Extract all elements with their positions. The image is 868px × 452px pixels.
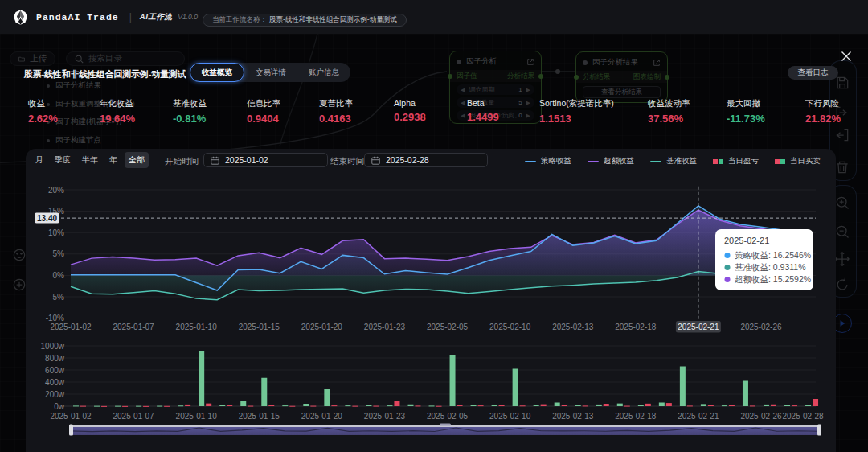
line-x-tick: 2025-02-10 (489, 323, 531, 331)
buy-bar (764, 405, 769, 406)
line-y-tick: 10% (48, 228, 64, 237)
stat-label: 最大回撤 (727, 98, 765, 109)
workflow-name-label: 当前工作流名称： (212, 15, 267, 25)
sell-bar (373, 406, 379, 407)
sell-bar (687, 405, 693, 406)
buy-bar (324, 389, 330, 406)
stat-4: 夏普比率0.4163 (319, 98, 353, 125)
sell-bar (352, 406, 358, 407)
stat-value: -0.81% (173, 113, 207, 125)
stat-label: 夏普比率 (319, 98, 353, 109)
stat-label: 收益波动率 (648, 98, 690, 109)
stat-label: 年化收益 (100, 98, 135, 109)
y-axis-pointer-value: 13.40 (37, 214, 57, 223)
sell-bar (331, 405, 337, 406)
sell-bar (143, 406, 149, 407)
tooltip-date: 2025-02-21 (724, 236, 769, 245)
buy-bar (303, 404, 309, 406)
buy-bar (555, 403, 560, 407)
sell-bar (583, 405, 588, 406)
buy-bar (429, 405, 435, 406)
line-x-tick: 2025-01-23 (364, 323, 406, 331)
line-x-tick: 2025-01-20 (301, 323, 343, 331)
stat-value: 0.2938 (394, 111, 426, 123)
sell-bar (185, 405, 190, 406)
stat-value: 1.4499 (467, 111, 499, 123)
bar-y-tick: 800w (45, 354, 65, 363)
sell-bar (415, 405, 420, 406)
sell-bar (792, 405, 797, 406)
sell-bar (80, 406, 86, 407)
tab-account-info[interactable]: 账户信息 (297, 63, 350, 82)
buy-bar (513, 369, 518, 407)
sell-bar (206, 404, 211, 406)
datazoom-drag-bar[interactable] (440, 424, 451, 426)
stat-value: 37.56% (648, 113, 690, 125)
buy-bar (136, 406, 141, 407)
buy-bar (575, 405, 581, 406)
bar-y-tick: 1000w (41, 342, 65, 351)
line-y-tick: 20% (48, 186, 64, 195)
line-y-tick: 5% (53, 249, 65, 258)
sell-bar (604, 404, 609, 406)
tab-revenue-overview[interactable]: 收益概览 (190, 63, 244, 82)
close-icon[interactable] (841, 51, 852, 62)
sell-bar (750, 405, 755, 406)
buy-bar (638, 405, 644, 406)
buy-bar (157, 406, 162, 407)
tab-bar: 收益概览 交易详情 账户信息 (190, 63, 350, 82)
buy-bar (617, 404, 623, 406)
stat-10: 下行风险21.82% (805, 98, 841, 125)
stat-value: 21.82% (805, 113, 841, 125)
buy-bar (659, 403, 665, 407)
sell-bar (478, 405, 484, 406)
line-x-tick: 2025-01-07 (113, 323, 155, 331)
tooltip-row: 基准收益: 0.9311% (735, 262, 806, 272)
buy-bar (261, 378, 267, 406)
buy-bar (805, 405, 811, 406)
stat-7: Sortino(索提诺比率)1.1513 (539, 98, 614, 125)
bar-x-tick: 2025-01-07 (113, 412, 155, 421)
bar-x-tick: 2025-01-02 (50, 412, 92, 421)
tooltip-row: 策略收益: 16.2546% (735, 250, 811, 260)
stat-value: 2.62% (28, 113, 58, 125)
current-workflow-badge: 当前工作流名称： 股票-线性和非线性组合回测示例-动量测试 (203, 14, 407, 27)
stat-value: 1.1513 (539, 113, 614, 125)
buy-bar (366, 405, 371, 406)
bar-x-tick: 2025-01-10 (176, 412, 218, 421)
stat-label: Beta (467, 98, 499, 108)
stat-label: Sortino(索提诺比率) (539, 98, 614, 109)
buy-bar (471, 405, 477, 406)
buy-bar (73, 405, 79, 406)
buy-bar (345, 405, 350, 406)
buy-bar (534, 405, 539, 406)
datazoom-right-handle[interactable] (817, 425, 821, 436)
line-x-tick: 2025-02-26 (740, 323, 782, 331)
sell-bar (499, 405, 505, 406)
stat-6: Beta1.4499 (467, 98, 499, 123)
stat-label: 信息比率 (247, 98, 280, 109)
view-logs-button[interactable]: 查看日志 (788, 66, 838, 80)
line-x-tick: 2025-02-13 (552, 323, 594, 331)
line-y-tick: -5% (50, 293, 64, 302)
stat-8: 收益波动率37.56% (648, 98, 690, 125)
tooltip-series-dot (725, 253, 731, 258)
sell-bar (708, 405, 714, 406)
bar-y-tick: 400w (45, 378, 65, 387)
tab-trade-details[interactable]: 交易详情 (244, 63, 297, 82)
bar-x-tick: 2025-02-18 (615, 412, 657, 421)
app-screen: PandaAI Trade | AI工作流 V1.0.0 当前工作流名称： 股票… (0, 0, 868, 452)
buy-bar (784, 405, 790, 406)
tooltip-row: 超额收益: 15.2592% (735, 274, 811, 284)
buy-bar (743, 381, 748, 407)
stat-2: 基准收益-0.81% (173, 98, 207, 125)
buy-bar (178, 405, 183, 406)
sell-bar (248, 406, 253, 407)
sell-bar (666, 403, 672, 406)
divider: | (129, 11, 132, 23)
sell-bar (771, 405, 776, 406)
sell-bar (289, 406, 295, 407)
product-name: AI工作流 (140, 12, 173, 23)
datazoom-left-handle[interactable] (69, 425, 73, 436)
buy-bar (450, 355, 456, 406)
